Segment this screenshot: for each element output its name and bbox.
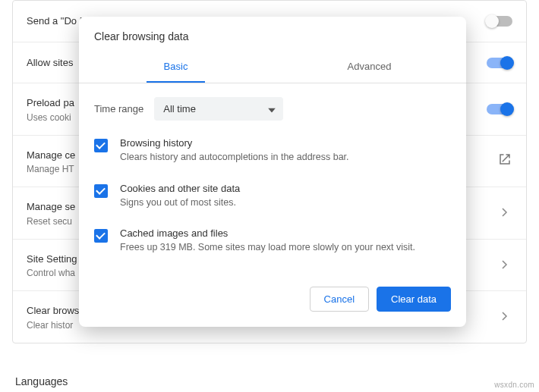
option-sub: Signs you out of most sites. xyxy=(120,196,240,210)
cancel-button[interactable]: Cancel xyxy=(310,287,369,312)
dialog-buttons: Cancel Clear data xyxy=(79,264,466,315)
option-sub: Frees up 319 MB. Some sites may load mor… xyxy=(120,241,415,255)
clear-data-button[interactable]: Clear data xyxy=(377,287,451,312)
option-text: Cookies and other site data Signs you ou… xyxy=(120,183,240,210)
option-title: Cookies and other site data xyxy=(120,183,240,194)
checkbox-cookies[interactable] xyxy=(94,184,108,198)
dialog-title: Clear browsing data xyxy=(79,17,466,52)
chevron-right-icon xyxy=(497,205,512,221)
clear-browsing-data-dialog: Clear browsing data Basic Advanced Time … xyxy=(79,17,466,327)
toggle-preload[interactable] xyxy=(487,104,512,114)
chevron-right-icon xyxy=(497,257,512,273)
time-range-value: All time xyxy=(163,103,196,114)
watermark: wsxdn.com xyxy=(494,381,534,389)
option-browsing-history[interactable]: Browsing history Clears history and auto… xyxy=(79,128,466,174)
option-cache[interactable]: Cached images and files Frees up 319 MB.… xyxy=(79,218,466,264)
external-link-icon xyxy=(497,152,512,170)
option-title: Cached images and files xyxy=(120,227,415,239)
chevron-right-icon xyxy=(497,309,512,325)
tab-basic[interactable]: Basic xyxy=(79,52,273,83)
dialog-tabs: Basic Advanced xyxy=(79,52,466,83)
option-cookies[interactable]: Cookies and other site data Signs you ou… xyxy=(79,174,466,219)
time-range-row: Time range All time xyxy=(79,83,466,128)
option-text: Cached images and files Frees up 319 MB.… xyxy=(120,227,415,255)
checkbox-cache[interactable] xyxy=(94,229,108,243)
toggle-allow-sites[interactable] xyxy=(487,58,512,68)
tab-advanced[interactable]: Advanced xyxy=(273,52,466,83)
option-text: Browsing history Clears history and auto… xyxy=(120,137,349,165)
time-range-select[interactable]: All time xyxy=(154,97,283,121)
toggle-do-not-track[interactable] xyxy=(487,16,512,27)
section-languages-label: Languages xyxy=(12,362,527,393)
time-range-label: Time range xyxy=(94,103,143,114)
checkbox-browsing-history[interactable] xyxy=(94,139,108,152)
dropdown-icon xyxy=(268,103,276,114)
option-title: Browsing history xyxy=(120,137,349,149)
option-sub: Clears history and autocompletions in th… xyxy=(120,151,349,165)
